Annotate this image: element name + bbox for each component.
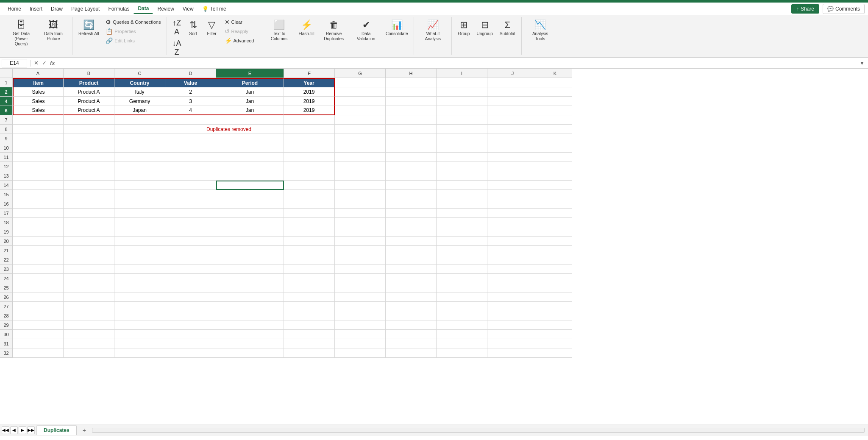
- get-data-button[interactable]: 🗄 Get Data (Power Query): [6, 18, 36, 48]
- row-num-7[interactable]: 7: [0, 115, 13, 125]
- cell-F25[interactable]: [284, 283, 335, 292]
- col-header-I[interactable]: I: [437, 69, 487, 78]
- cell-G11[interactable]: [335, 153, 386, 162]
- menu-item-tell-me[interactable]: 💡 Tell me: [198, 4, 231, 14]
- cell-B29[interactable]: [64, 320, 114, 330]
- cell-J27[interactable]: [487, 302, 538, 311]
- cell-E32[interactable]: [216, 348, 284, 358]
- cell-G8[interactable]: [335, 125, 386, 134]
- cell-E9[interactable]: [216, 134, 284, 143]
- cell-A16[interactable]: [13, 199, 64, 209]
- cell-K19[interactable]: [538, 227, 572, 237]
- cell-J16[interactable]: [487, 199, 538, 209]
- cell-H16[interactable]: [386, 199, 437, 209]
- cell-D29[interactable]: [165, 320, 216, 330]
- cell-A1[interactable]: Item: [13, 78, 64, 87]
- cell-H19[interactable]: [386, 227, 437, 237]
- row-num-23[interactable]: 23: [0, 265, 13, 274]
- cell-G16[interactable]: [335, 199, 386, 209]
- cell-G25[interactable]: [335, 283, 386, 292]
- row-num-27[interactable]: 27: [0, 302, 13, 311]
- cell-F26[interactable]: [284, 292, 335, 302]
- cell-D2[interactable]: 2: [165, 87, 216, 97]
- cell-B13[interactable]: [64, 171, 114, 181]
- cell-D32[interactable]: [165, 348, 216, 358]
- cell-K6[interactable]: [538, 106, 572, 115]
- menu-item-insert[interactable]: Insert: [25, 4, 47, 14]
- cell-C12[interactable]: [114, 162, 165, 171]
- cell-B18[interactable]: [64, 218, 114, 227]
- cell-C21[interactable]: [114, 246, 165, 255]
- cell-A10[interactable]: [13, 143, 64, 153]
- cell-I2[interactable]: [437, 87, 487, 97]
- cell-D18[interactable]: [165, 218, 216, 227]
- cell-K13[interactable]: [538, 171, 572, 181]
- cell-H7[interactable]: [386, 115, 437, 125]
- cell-H31[interactable]: [386, 339, 437, 348]
- cell-C4[interactable]: Germany: [114, 97, 165, 106]
- cell-F18[interactable]: [284, 218, 335, 227]
- cell-G31[interactable]: [335, 339, 386, 348]
- cell-J10[interactable]: [487, 143, 538, 153]
- menu-item-page-layout[interactable]: Page Layout: [67, 4, 104, 14]
- cell-C2[interactable]: Italy: [114, 87, 165, 97]
- menu-item-data[interactable]: Data: [134, 4, 153, 14]
- cell-A23[interactable]: [13, 265, 64, 274]
- cell-H27[interactable]: [386, 302, 437, 311]
- cell-H21[interactable]: [386, 246, 437, 255]
- cell-K30[interactable]: [538, 330, 572, 339]
- cell-B10[interactable]: [64, 143, 114, 153]
- col-header-A[interactable]: A: [13, 69, 64, 78]
- cell-H24[interactable]: [386, 274, 437, 283]
- cell-A13[interactable]: [13, 171, 64, 181]
- cell-C28[interactable]: [114, 311, 165, 320]
- cell-G30[interactable]: [335, 330, 386, 339]
- what-if-button[interactable]: 📈 What-if Analysis: [417, 18, 448, 43]
- cell-H12[interactable]: [386, 162, 437, 171]
- cell-J11[interactable]: [487, 153, 538, 162]
- cell-E13[interactable]: [216, 171, 284, 181]
- menu-item-view[interactable]: View: [178, 4, 198, 14]
- cell-I20[interactable]: [437, 237, 487, 246]
- cell-J9[interactable]: [487, 134, 538, 143]
- cell-K8[interactable]: [538, 125, 572, 134]
- row-num-20[interactable]: 20: [0, 237, 13, 246]
- cell-K27[interactable]: [538, 302, 572, 311]
- refresh-all-button[interactable]: 🔄 Refresh All: [76, 18, 101, 38]
- cell-J6[interactable]: [487, 106, 538, 115]
- cell-C10[interactable]: [114, 143, 165, 153]
- row-num-12[interactable]: 12: [0, 162, 13, 171]
- cell-D16[interactable]: [165, 199, 216, 209]
- cell-D20[interactable]: [165, 237, 216, 246]
- cell-H23[interactable]: [386, 265, 437, 274]
- cell-C19[interactable]: [114, 227, 165, 237]
- cell-D4[interactable]: 3: [165, 97, 216, 106]
- cell-J22[interactable]: [487, 255, 538, 265]
- ungroup-button[interactable]: ⊟ Ungroup: [474, 18, 495, 38]
- menu-item-draw[interactable]: Draw: [47, 4, 67, 14]
- row-num-13[interactable]: 13: [0, 171, 13, 181]
- cell-J29[interactable]: [487, 320, 538, 330]
- cell-E10[interactable]: [216, 143, 284, 153]
- row-num-6[interactable]: 6: [0, 106, 13, 115]
- cell-K25[interactable]: [538, 283, 572, 292]
- cell-F2[interactable]: 2019: [284, 87, 335, 97]
- row-num-4[interactable]: 4: [0, 97, 13, 106]
- cell-H29[interactable]: [386, 320, 437, 330]
- cell-D11[interactable]: [165, 153, 216, 162]
- advanced-button[interactable]: ⚡ Advanced: [222, 36, 257, 45]
- row-num-14[interactable]: 14: [0, 181, 13, 190]
- cell-A11[interactable]: [13, 153, 64, 162]
- cell-J14[interactable]: [487, 181, 538, 190]
- cell-I30[interactable]: [437, 330, 487, 339]
- cell-F12[interactable]: [284, 162, 335, 171]
- reapply-button[interactable]: ↺ Reapply: [222, 27, 257, 36]
- prev-sheet-button[interactable]: ◀: [10, 426, 18, 434]
- cell-E17[interactable]: [216, 209, 284, 218]
- cell-A15[interactable]: [13, 190, 64, 199]
- cell-F23[interactable]: [284, 265, 335, 274]
- cell-F15[interactable]: [284, 190, 335, 199]
- cell-A32[interactable]: [13, 348, 64, 358]
- cell-A4[interactable]: Sales: [13, 97, 64, 106]
- cell-I29[interactable]: [437, 320, 487, 330]
